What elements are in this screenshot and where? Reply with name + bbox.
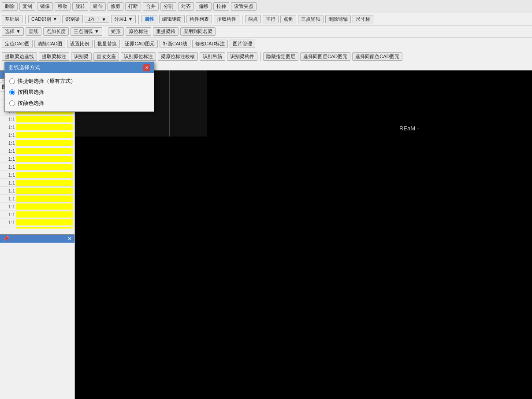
setpoint-btn[interactable]: 设置夹点 bbox=[231, 2, 257, 11]
radio-color-input[interactable] bbox=[9, 100, 15, 106]
extract-edge-btn[interactable]: 提取梁边选线 bbox=[2, 52, 37, 61]
batch-replace-btn[interactable]: 批量替换 bbox=[94, 40, 120, 48]
twopoint-btn[interactable]: 两点 bbox=[245, 15, 261, 23]
radio-layer[interactable]: 按图层选择 bbox=[9, 89, 149, 96]
sidebar-list-item[interactable]: 1:1 bbox=[0, 218, 74, 226]
split-btn[interactable]: 分割 bbox=[160, 2, 176, 11]
radio-color[interactable]: 按颜色选择 bbox=[9, 100, 149, 107]
extract-label-btn[interactable]: 提取梁标注 bbox=[39, 52, 69, 61]
sep4 bbox=[105, 27, 105, 36]
main-canvas[interactable]: 2-7 2-8 2-6 2C16 2C22+1C25 100 150 4C22 … bbox=[75, 70, 532, 399]
cad-identify-btn[interactable]: CAD识别 ▼ bbox=[28, 15, 60, 23]
pointangle-btn[interactable]: 点角 bbox=[280, 15, 296, 23]
point-length-btn[interactable]: 点加长度 bbox=[43, 27, 69, 36]
apply-same-btn[interactable]: 应用到同名梁 bbox=[180, 27, 216, 36]
select-btn[interactable]: 选择 ▼ bbox=[2, 27, 24, 36]
select-same-layer-btn[interactable]: 选择同图层CAD图元 bbox=[300, 52, 350, 61]
toolbar-area: 删除 复制 镜像 移动 旋转 延伸 修剪 打断 合并 分割 对齐 偏移 拉伸 设… bbox=[0, 0, 532, 70]
sidebar-list-item[interactable]: 1:1 bbox=[0, 195, 74, 203]
left-sidebar: 📌 ✕ 图纸 手动分割 删除图纸 图纸比例 1:11:11:11:11:11:1… bbox=[0, 70, 75, 399]
break-btn[interactable]: 打断 bbox=[125, 2, 141, 11]
img-manage-btn[interactable]: 图片管理 bbox=[230, 40, 255, 48]
bottom-close[interactable]: ✕ bbox=[67, 236, 72, 242]
delete-aux-btn[interactable]: 删除辅轴 bbox=[325, 15, 351, 23]
toolbar-row3: 选择 ▼ 直线 点加长度 三点画弧 ▼ 矩形 原位标注 重提梁跨 应用到同名梁 bbox=[0, 26, 532, 38]
dim-label-btn[interactable]: 尺寸标 bbox=[353, 15, 373, 23]
identify-beam2-btn[interactable]: 识别梁 bbox=[71, 52, 92, 61]
sidebar-list-item[interactable]: 1:1 bbox=[0, 131, 74, 139]
sidebar-list-item[interactable]: 1:1 bbox=[0, 147, 74, 155]
rotate-btn[interactable]: 旋转 bbox=[72, 2, 88, 11]
base-layer-btn[interactable]: 基础层 bbox=[2, 15, 22, 23]
clear-cad-btn[interactable]: 清除CAD图 bbox=[34, 40, 65, 48]
hide-layer-btn[interactable]: 隐藏指定图层 bbox=[263, 52, 298, 61]
layer1-btn[interactable]: 分层1 ▼ bbox=[111, 15, 136, 23]
scale-label: 1:1 bbox=[2, 228, 15, 229]
sidebar-list-item[interactable]: 1:1 bbox=[0, 155, 74, 163]
rect-btn[interactable]: 矩形 bbox=[108, 27, 124, 36]
edit-rebar-btn[interactable]: 编辑钢筋 bbox=[159, 15, 185, 23]
modify-cad-label-btn[interactable]: 修改CAD标注 bbox=[192, 40, 228, 48]
identify-insitu-btn[interactable]: 识别原位标注 bbox=[121, 52, 156, 61]
sidebar-list-item[interactable]: 1:1 bbox=[0, 163, 74, 171]
align-btn[interactable]: 对齐 bbox=[178, 2, 194, 11]
stretch-btn[interactable]: 拉伸 bbox=[213, 2, 229, 11]
radio-group: 快捷键选择（原有方式） 按图层选择 按颜色选择 bbox=[9, 78, 149, 107]
bottom-panel-content bbox=[0, 243, 74, 246]
radio-shortcut-input[interactable] bbox=[9, 78, 15, 84]
scale-label: 1:1 bbox=[2, 140, 15, 146]
scale-bar bbox=[16, 140, 73, 146]
identify-beam-btn[interactable]: 识别梁 bbox=[62, 15, 83, 23]
identify-hanger-btn[interactable]: 识别吊筋 bbox=[200, 52, 225, 61]
mirror-btn[interactable]: 镜像 bbox=[37, 2, 53, 11]
sidebar-list-item[interactable]: 1:1 bbox=[0, 123, 74, 131]
copy-btn[interactable]: 复制 bbox=[19, 2, 35, 11]
identify-beam-member-btn[interactable]: 识别梁构件 bbox=[227, 52, 257, 61]
offset-btn[interactable]: 偏移 bbox=[196, 2, 212, 11]
sidebar-list-item[interactable]: 1:1 bbox=[0, 226, 74, 229]
sidebar-list-item[interactable]: 1:1 bbox=[0, 203, 74, 211]
extend-btn[interactable]: 延伸 bbox=[90, 2, 106, 11]
sidebar-bottom: 📌 ✕ bbox=[0, 235, 74, 399]
threepoint-btn[interactable]: 三点辅轴 bbox=[298, 15, 324, 23]
sidebar-list-item[interactable]: 1:1 bbox=[0, 115, 74, 123]
scale-label: 1:1 bbox=[2, 220, 15, 225]
radio-layer-label: 按图层选择 bbox=[18, 89, 44, 96]
parallel-btn[interactable]: 平行 bbox=[263, 15, 279, 23]
popup-title-bar[interactable]: 图线选择方式 ✕ bbox=[5, 62, 154, 73]
scale-label: 1:1 bbox=[2, 172, 15, 177]
jzl1-btn[interactable]: JZL-1 ▼ bbox=[85, 16, 109, 23]
trim-btn[interactable]: 修剪 bbox=[108, 2, 123, 11]
sidebar-list-item[interactable]: 1:1 bbox=[0, 187, 74, 195]
merge-btn[interactable]: 合并 bbox=[143, 2, 159, 11]
sidebar-list-item[interactable]: 1:1 bbox=[0, 179, 74, 187]
line-btn[interactable]: 直线 bbox=[26, 27, 41, 36]
sidebar-list-item[interactable]: 1:1 bbox=[0, 139, 74, 147]
sidebar-list-item[interactable]: 1:1 bbox=[0, 171, 74, 179]
scale-bar bbox=[16, 196, 73, 202]
radio-layer-input[interactable] bbox=[9, 89, 15, 95]
restore-cad-btn[interactable]: 还原CAD图元 bbox=[122, 40, 157, 48]
scale-bar bbox=[16, 188, 73, 194]
insitu-label-btn[interactable]: 原位标注 bbox=[126, 27, 151, 36]
member-list-btn[interactable]: 构件列表 bbox=[186, 15, 212, 23]
bottom-panel-header: 📌 ✕ bbox=[0, 235, 74, 243]
add-cad-line-btn[interactable]: 补画CAD线 bbox=[160, 40, 190, 48]
check-support-btn[interactable]: 查改支座 bbox=[93, 52, 119, 61]
scale-label: 1:1 bbox=[2, 204, 15, 209]
three-arc-btn[interactable]: 三点画弧 ▼ bbox=[71, 27, 102, 36]
toolbar-row4: 定位CAD图 清除CAD图 设置比例 批量替换 还原CAD图元 补画CAD线 修… bbox=[0, 38, 532, 50]
sidebar-list-item[interactable]: 1:1 bbox=[0, 211, 74, 218]
select-same-color-btn[interactable]: 选择同颜色CAD图元 bbox=[352, 52, 402, 61]
radio-shortcut[interactable]: 快捷键选择（原有方式） bbox=[9, 78, 149, 85]
property-btn[interactable]: 属性 bbox=[141, 15, 157, 23]
move-btn[interactable]: 移动 bbox=[55, 2, 71, 11]
delete-btn[interactable]: 删除 bbox=[2, 2, 18, 11]
pick-member-btn[interactable]: 抬取构件 bbox=[214, 15, 239, 23]
scale-label: 1:1 bbox=[2, 196, 15, 201]
beam-label-check-btn[interactable]: 梁原位标注校核 bbox=[158, 52, 198, 61]
locate-cad-btn[interactable]: 定位CAD图 bbox=[2, 40, 33, 48]
re-extract-btn[interactable]: 重提梁跨 bbox=[153, 27, 179, 36]
popup-close-btn[interactable]: ✕ bbox=[143, 64, 150, 71]
set-scale-btn[interactable]: 设置比例 bbox=[67, 40, 93, 48]
